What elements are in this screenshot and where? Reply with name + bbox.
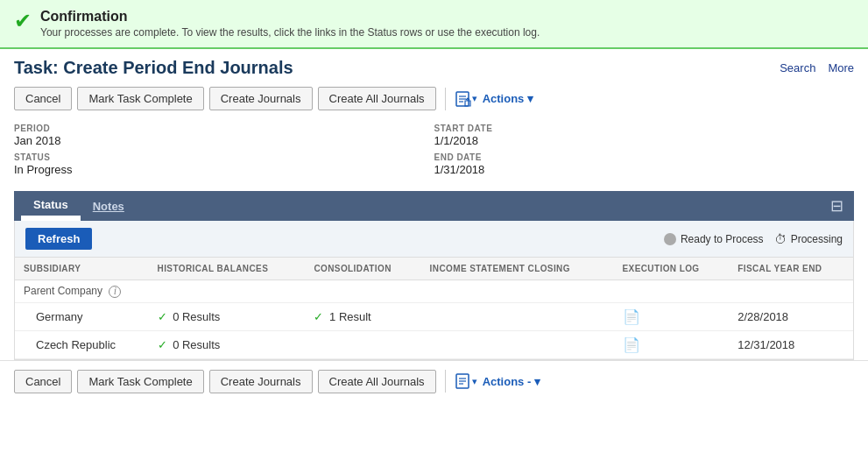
cell-execlog-germany[interactable]: 📄	[614, 302, 730, 330]
tab-notes[interactable]: Notes	[81, 191, 137, 221]
period-cell: PERIOD Jan 2018	[14, 121, 434, 150]
start-date-cell: START DATE 1/1/2018	[434, 121, 855, 150]
search-link[interactable]: Search	[780, 61, 815, 74]
main-content: Task: Create Period End Journals Search …	[0, 49, 868, 360]
cancel-button[interactable]: Cancel	[14, 87, 72, 110]
toolbar-separator	[445, 88, 446, 110]
ready-dot	[664, 233, 676, 245]
bottom-export-icon-button[interactable]: ▾	[455, 372, 477, 390]
banner-title: Confirmation	[40, 9, 540, 25]
start-date-label: START DATE	[434, 124, 855, 133]
info-grid: PERIOD Jan 2018 START DATE 1/1/2018 STAT…	[14, 121, 854, 179]
data-table: SUBSIDIARY HISTORICAL BALANCES CONSOLIDA…	[15, 258, 853, 359]
tab-status[interactable]: Status	[21, 191, 81, 221]
col-consolidation: CONSOLIDATION	[305, 258, 420, 280]
table-toolbar: Refresh Ready to Process ⏱ Processing	[15, 221, 853, 258]
col-fiscal-year-end: FISCAL YEAR END	[729, 258, 853, 280]
cell-fiscalend-germany: 2/28/2018	[729, 302, 853, 330]
tabs-right: ⊟	[827, 191, 847, 221]
bottom-export-dropdown-arrow: ▾	[472, 376, 477, 387]
check-icon-germany-hist: ✓	[158, 310, 167, 323]
tabs-bar: Status Notes ⊟	[14, 191, 854, 221]
check-icon-czech-hist: ✓	[158, 338, 167, 351]
end-date-label: END DATE	[434, 152, 855, 162]
cell-consolidation-czech	[305, 330, 420, 358]
table-header-row: SUBSIDIARY HISTORICAL BALANCES CONSOLIDA…	[15, 258, 853, 280]
header-row: Task: Create Period End Journals Search …	[14, 58, 854, 78]
actions-label: Actions	[483, 92, 525, 105]
table-row: Czech Republic ✓ 0 Results 📄 12/31/2018	[15, 330, 853, 358]
table-section: Refresh Ready to Process ⏱ Processing SU…	[14, 221, 854, 360]
cell-income-germany	[421, 302, 614, 330]
cell-subsidiary-czech: Czech Republic	[15, 330, 149, 358]
refresh-button[interactable]: Refresh	[25, 228, 92, 250]
mark-task-complete-button[interactable]: Mark Task Complete	[77, 87, 203, 110]
page-title: Task: Create Period End Journals	[14, 58, 293, 78]
group-row-parent-company: Parent Company i	[15, 280, 853, 303]
bottom-actions-label: Actions -	[483, 375, 532, 388]
processing-label: Processing	[791, 233, 843, 245]
info-icon: i	[109, 286, 121, 298]
export-icon	[455, 90, 472, 108]
bottom-create-journals-button[interactable]: Create Journals	[209, 370, 313, 393]
banner-message: Your processes are complete. To view the…	[40, 26, 540, 39]
bottom-actions-arrow: ▾	[534, 375, 540, 388]
table-row: Germany ✓ 0 Results ✓ 1 Result 📄 2/28/20…	[15, 302, 853, 330]
ready-label: Ready to Process	[681, 233, 764, 245]
bottom-export-icon	[455, 372, 472, 390]
banner-text: Confirmation Your processes are complete…	[40, 9, 540, 39]
period-value: Jan 2018	[14, 134, 434, 147]
legend-processing: ⏱ Processing	[774, 232, 843, 246]
create-all-journals-button[interactable]: Create All Journals	[318, 87, 436, 110]
bottom-cancel-button[interactable]: Cancel	[14, 370, 72, 393]
check-icon: ✔	[14, 11, 32, 32]
doc-icon-germany[interactable]: 📄	[623, 309, 640, 324]
bottom-mark-task-complete-button[interactable]: Mark Task Complete	[77, 370, 203, 393]
export-dropdown-arrow: ▾	[472, 93, 477, 104]
group-name: Parent Company i	[15, 280, 853, 303]
period-label: PERIOD	[14, 124, 434, 133]
status-cell: STATUS In Progress	[14, 150, 434, 179]
check-icon-germany-cons: ✓	[314, 310, 323, 323]
status-value: In Progress	[14, 163, 434, 176]
doc-icon-czech[interactable]: 📄	[623, 337, 640, 352]
export-icon-button[interactable]: ▾	[455, 90, 477, 108]
cell-income-czech	[421, 330, 614, 358]
actions-arrow: ▾	[527, 92, 533, 105]
cell-fiscalend-czech: 12/31/2018	[729, 330, 853, 358]
actions-button[interactable]: Actions ▾	[483, 92, 534, 105]
bottom-create-all-journals-button[interactable]: Create All Journals	[318, 370, 436, 393]
bottom-toolbar: Cancel Mark Task Complete Create Journal…	[0, 360, 868, 402]
col-income-statement: INCOME STATEMENT CLOSING	[421, 258, 614, 280]
col-execution-log: EXECUTION LOG	[614, 258, 730, 280]
tab-status-label: Status	[33, 198, 68, 211]
tab-notes-label: Notes	[93, 200, 124, 213]
confirmation-banner: ✔ Confirmation Your processes are comple…	[0, 0, 868, 49]
collapse-icon[interactable]: ⊟	[827, 193, 847, 219]
cell-consolidation-germany: ✓ 1 Result	[305, 302, 420, 330]
end-date-cell: END DATE 1/31/2018	[434, 150, 855, 179]
legend: Ready to Process ⏱ Processing	[664, 232, 843, 246]
col-historical-balances: HISTORICAL BALANCES	[149, 258, 306, 280]
create-journals-button[interactable]: Create Journals	[209, 87, 313, 110]
col-subsidiary: SUBSIDIARY	[15, 258, 149, 280]
bottom-toolbar-separator	[445, 370, 446, 393]
end-date-value: 1/31/2018	[434, 163, 855, 176]
more-link[interactable]: More	[828, 61, 854, 74]
cell-execlog-czech[interactable]: 📄	[614, 330, 730, 358]
start-date-value: 1/1/2018	[434, 134, 855, 147]
bottom-actions-button[interactable]: Actions - ▾	[483, 375, 541, 388]
cell-historical-czech: ✓ 0 Results	[149, 330, 306, 358]
status-label: STATUS	[14, 152, 434, 162]
legend-ready: Ready to Process	[664, 233, 764, 245]
toolbar: Cancel Mark Task Complete Create Journal…	[14, 87, 854, 110]
header-links: Search More	[780, 61, 854, 74]
clock-icon: ⏱	[774, 232, 787, 246]
cell-subsidiary-germany: Germany	[15, 302, 149, 330]
cell-historical-germany: ✓ 0 Results	[149, 302, 306, 330]
